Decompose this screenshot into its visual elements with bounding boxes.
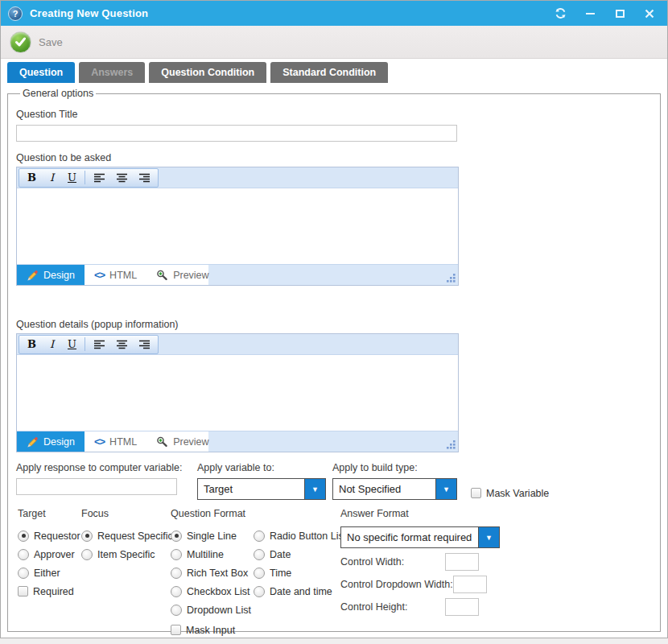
underline-icon[interactable]: U [62, 170, 82, 186]
control-width-input[interactable] [445, 553, 479, 571]
magnifier-plus-icon [156, 436, 168, 448]
save-check-icon [10, 31, 31, 53]
question-editor-toolbar: B I U [17, 167, 458, 188]
radio-option-rich-text-box[interactable]: Rich Text Box [171, 564, 254, 582]
preview-tab[interactable]: Preview [146, 265, 218, 285]
save-button[interactable]: Save [10, 31, 63, 53]
bold-icon[interactable]: B [22, 170, 42, 186]
radio-option-multiline[interactable]: Multiline [171, 545, 254, 564]
align-right-icon[interactable] [133, 170, 155, 186]
align-left-icon[interactable] [88, 170, 110, 186]
mask-variable-checkbox[interactable] [471, 488, 481, 498]
italic-icon[interactable]: I [42, 170, 62, 186]
radio-icon[interactable] [81, 530, 93, 542]
html-tab[interactable]: <> HTML [85, 265, 146, 285]
bold-icon[interactable]: B [22, 336, 42, 353]
mask-input-checkbox[interactable] [171, 625, 181, 635]
radio-icon[interactable] [254, 586, 265, 597]
radio-option-approver[interactable]: Approver [18, 545, 80, 564]
question-editor-footer: Design <> HTML Preview [17, 264, 458, 285]
radio-label: Requestor [34, 530, 80, 542]
radio-option-requestor[interactable]: Requestor [18, 526, 80, 545]
dropdown-arrow-icon[interactable]: ▼ [435, 479, 456, 499]
tab-standard-condition-label: Standard Condition [282, 67, 376, 78]
radio-option-date-and-time[interactable]: Date and time [254, 582, 346, 601]
radio-icon[interactable] [254, 530, 265, 542]
required-checkbox-row[interactable]: Required [18, 582, 80, 601]
required-checkbox[interactable] [18, 586, 28, 597]
radio-option-either[interactable]: Either [18, 564, 80, 582]
apply-build-type-dropdown[interactable]: Not Specified ▼ [332, 478, 457, 500]
details-editor-body[interactable] [17, 355, 458, 431]
radio-option-date[interactable]: Date [254, 545, 346, 564]
radio-label: Multiline [187, 549, 224, 560]
minimize-icon[interactable] [583, 7, 596, 20]
tab-question-condition[interactable]: Question Condition [149, 62, 266, 83]
window-title: Creating New Question [30, 7, 148, 19]
close-icon[interactable] [643, 7, 656, 20]
radio-label: Request Specific [97, 530, 173, 542]
align-left-icon[interactable] [88, 336, 110, 353]
resize-grip-icon[interactable] [447, 274, 456, 283]
html-tab[interactable]: <> HTML [85, 431, 146, 452]
radio-option-item-specific[interactable]: Item Specific [81, 545, 173, 564]
radio-option-checkbox-list[interactable]: Checkbox List [171, 582, 254, 601]
align-right-icon[interactable] [133, 336, 155, 353]
radio-icon[interactable] [171, 586, 182, 597]
radio-option-request-specific[interactable]: Request Specific [81, 526, 173, 545]
radio-icon[interactable] [171, 530, 182, 542]
radio-icon[interactable] [171, 568, 182, 579]
computer-variable-input[interactable] [16, 478, 177, 495]
align-center-icon[interactable] [110, 170, 133, 186]
tab-answers[interactable]: Answers [79, 62, 145, 83]
variable-row: Apply response to computer variable: App… [16, 462, 660, 500]
dropdown-arrow-icon[interactable]: ▼ [304, 479, 325, 499]
preview-tab-label: Preview [173, 270, 208, 281]
radio-label: Radio Button List [270, 530, 346, 542]
control-dropdown-width-input[interactable] [453, 576, 487, 593]
design-tab[interactable]: Design [17, 265, 85, 285]
radio-option-dropdown-list[interactable]: Dropdown List [171, 601, 254, 619]
radio-icon[interactable] [254, 568, 265, 579]
radio-option-single-line[interactable]: Single Line [171, 526, 254, 545]
maximize-icon[interactable] [613, 7, 626, 20]
radio-option-time[interactable]: Time [254, 564, 346, 582]
radio-label: Either [34, 568, 60, 579]
html-icon: <> [94, 436, 105, 448]
dropdown-arrow-icon[interactable]: ▼ [478, 527, 499, 547]
align-center-icon[interactable] [110, 336, 133, 353]
radio-icon[interactable] [18, 568, 29, 579]
design-tab[interactable]: Design [17, 431, 85, 452]
radio-icon[interactable] [171, 605, 182, 616]
radio-icon[interactable] [254, 549, 265, 560]
tab-standard-condition[interactable]: Standard Condition [270, 62, 388, 83]
apply-variable-to-dropdown[interactable]: Target ▼ [197, 478, 326, 500]
bold-glyph: B [27, 171, 36, 184]
radio-icon[interactable] [18, 549, 29, 560]
answer-format-dropdown[interactable]: No specific format required ▼ [340, 526, 500, 548]
tab-question[interactable]: Question [7, 62, 75, 83]
question-editor-body[interactable] [17, 188, 458, 264]
radio-label: Date [270, 549, 291, 560]
radio-icon[interactable] [171, 549, 182, 560]
general-options-legend: General options [20, 88, 96, 99]
control-height-input[interactable] [445, 598, 479, 616]
mask-input-checkbox-row[interactable]: Mask Input [171, 621, 254, 638]
help-icon[interactable]: ? [8, 6, 23, 21]
question-title-input[interactable] [16, 125, 457, 142]
italic-icon[interactable]: I [42, 336, 62, 353]
preview-tab[interactable]: Preview [146, 431, 218, 452]
radio-option-radio-button-list[interactable]: Radio Button List [254, 526, 346, 545]
refresh-icon[interactable] [554, 7, 567, 20]
radio-icon[interactable] [18, 530, 29, 542]
radio-label: Date and time [270, 586, 332, 597]
control-dropdown-width-label: Control Dropdown Width: [340, 579, 453, 590]
resize-grip-icon[interactable] [447, 440, 456, 449]
underline-icon[interactable]: U [62, 336, 82, 353]
creating-new-question-dialog: ? Creating New Question Save [0, 0, 668, 638]
answer-format-group: Answer Format No specific format require… [340, 508, 500, 616]
options-grid: Target Requestor Approver Either Require… [16, 508, 660, 638]
radio-icon[interactable] [81, 549, 93, 560]
details-editor-footer: Design <> HTML Preview [17, 431, 458, 452]
control-height-label: Control Height: [340, 601, 407, 613]
